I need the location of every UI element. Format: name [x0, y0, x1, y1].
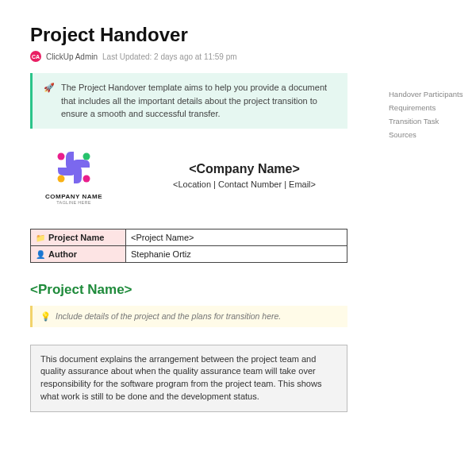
- page-title: Project Handover: [30, 24, 476, 46]
- company-logo: COMPANY NAME TAGLINE HERE: [30, 146, 117, 205]
- logo-label: COMPANY NAME: [30, 193, 117, 200]
- svg-point-2: [58, 175, 65, 182]
- toc-item-transition-task[interactable]: Transition Task: [389, 114, 468, 128]
- svg-point-0: [58, 152, 65, 160]
- svg-point-1: [83, 175, 90, 182]
- person-icon: 👤: [36, 250, 45, 259]
- company-contact-placeholder[interactable]: <Location | Contact Number | Email>: [141, 179, 347, 189]
- toc-item-requirements[interactable]: Requirements: [389, 101, 468, 114]
- author-name: ClickUp Admin: [46, 52, 98, 61]
- author-value[interactable]: Stephanie Ortiz: [126, 245, 347, 262]
- project-section-heading[interactable]: <Project Name>: [30, 282, 476, 298]
- toc-item-sources[interactable]: Sources: [389, 128, 468, 141]
- lightbulb-icon: 💡: [40, 311, 51, 321]
- table-row: 📁Project Name <Project Name>: [31, 229, 347, 245]
- section-hint-text: Include details of the project and the p…: [56, 311, 281, 321]
- project-info-table: 📁Project Name <Project Name> 👤Author Ste…: [30, 229, 347, 263]
- table-of-contents: Handover Participants Requirements Trans…: [389, 87, 468, 141]
- rocket-icon: 🚀: [44, 81, 55, 121]
- project-name-label-cell: 📁Project Name: [31, 229, 126, 245]
- intro-banner-text: The Project Handover template aims to he…: [61, 81, 336, 121]
- section-hint: 💡Include details of the project and the …: [30, 306, 347, 327]
- logo-icon: [50, 146, 98, 190]
- last-updated: Last Updated: 2 days ago at 11:59 pm: [102, 52, 237, 61]
- intro-banner: 🚀 The Project Handover template aims to …: [30, 73, 347, 129]
- logo-tagline: TAGLINE HERE: [30, 200, 117, 205]
- toc-item-handover-participants[interactable]: Handover Participants: [389, 87, 468, 101]
- meta-row: CA ClickUp Admin Last Updated: 2 days ag…: [30, 51, 476, 62]
- folder-icon: 📁: [36, 233, 45, 242]
- company-name-placeholder[interactable]: <Company Name>: [141, 162, 347, 176]
- project-description[interactable]: This document explains the arrangement b…: [30, 345, 347, 413]
- company-block: COMPANY NAME TAGLINE HERE <Company Name>…: [30, 146, 347, 205]
- project-name-value[interactable]: <Project Name>: [126, 229, 347, 245]
- author-avatar: CA: [30, 51, 41, 62]
- svg-point-3: [83, 152, 90, 160]
- project-name-label: Project Name: [48, 233, 104, 242]
- author-label-cell: 👤Author: [31, 245, 126, 262]
- table-row: 👤Author Stephanie Ortiz: [31, 245, 347, 262]
- author-label: Author: [48, 249, 77, 259]
